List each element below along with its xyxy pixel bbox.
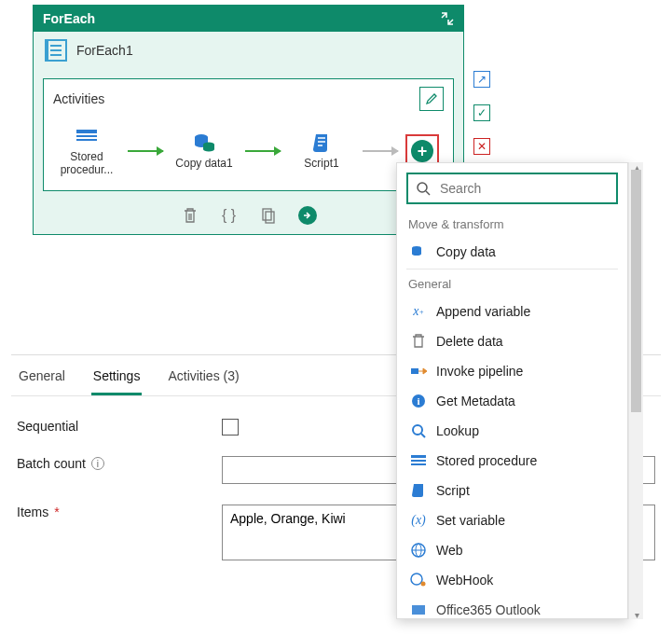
section-general: General xyxy=(406,271,618,297)
menu-set-variable[interactable]: (x) Set variable xyxy=(406,505,618,535)
copy-data-icon xyxy=(410,243,427,260)
set-variable-icon: (x) xyxy=(410,512,427,529)
section-move-transform: Move & transform xyxy=(406,212,618,237)
script-icon xyxy=(309,132,335,153)
menu-label: Invoke pipeline xyxy=(436,364,523,379)
tab-settings[interactable]: Settings xyxy=(91,368,143,395)
activity-copy-data[interactable]: Copy data1 xyxy=(171,132,238,170)
svg-text:i: i xyxy=(417,395,419,407)
sequential-checkbox[interactable] xyxy=(222,419,239,436)
menu-label: Set variable xyxy=(436,513,505,528)
menu-label: Script xyxy=(436,483,470,498)
svg-rect-0 xyxy=(76,130,97,133)
svg-rect-1 xyxy=(76,135,97,137)
svg-rect-2 xyxy=(76,139,97,141)
activity-label: Script1 xyxy=(304,157,338,170)
svg-point-21 xyxy=(421,582,426,587)
activities-label: Activities xyxy=(53,91,104,106)
menu-label: WebHook xyxy=(436,573,493,588)
copy-data-icon xyxy=(191,132,217,153)
run-button[interactable] xyxy=(298,206,317,225)
instance-name: ForEach1 xyxy=(76,43,133,58)
braces-icon[interactable]: { } xyxy=(220,206,239,225)
collapse-icon[interactable] xyxy=(441,12,454,25)
search-input[interactable] xyxy=(438,180,609,197)
edit-activities-button[interactable] xyxy=(419,87,444,111)
menu-stored-procedure[interactable]: Stored procedure xyxy=(406,446,618,476)
panel-header: ForEach xyxy=(34,6,463,32)
stored-procedure-icon xyxy=(74,126,100,146)
lookup-icon xyxy=(410,422,427,439)
menu-invoke-pipeline[interactable]: Invoke pipeline xyxy=(406,356,618,386)
menu-label: Stored procedure xyxy=(436,453,537,468)
svg-rect-15 xyxy=(411,460,426,462)
menu-lookup[interactable]: Lookup xyxy=(406,416,618,446)
webhook-icon xyxy=(410,572,427,588)
arrow-success xyxy=(128,150,163,152)
menu-get-metadata[interactable]: i Get Metadata xyxy=(406,386,618,416)
menu-label: Office365 Outlook xyxy=(436,602,541,617)
menu-webhook[interactable]: WebHook xyxy=(406,565,618,595)
info-icon[interactable]: i xyxy=(91,457,104,470)
outlook-icon xyxy=(410,601,427,618)
sequential-label: Sequential xyxy=(17,419,213,434)
scroll-thumb[interactable] xyxy=(631,170,641,412)
stored-procedure-icon xyxy=(410,452,427,469)
batch-count-label: Batch count i xyxy=(17,456,213,471)
svg-rect-14 xyxy=(411,455,426,458)
menu-label: Web xyxy=(436,543,463,558)
arrow-success xyxy=(245,150,281,152)
validate-icon[interactable]: ↗ xyxy=(473,71,490,88)
menu-office365-outlook[interactable]: Office365 Outlook xyxy=(406,595,618,619)
menu-label: Delete data xyxy=(436,334,503,349)
activities-box: Activities Stored procedur... Copy data1 xyxy=(43,78,454,191)
svg-rect-22 xyxy=(412,605,425,615)
add-activity-button[interactable]: + xyxy=(411,140,433,162)
activity-stored-procedure[interactable]: Stored procedur... xyxy=(53,126,120,177)
script-icon xyxy=(410,482,427,499)
activity-label: Stored procedur... xyxy=(53,150,120,177)
activity-picker: Move & transform Copy data General x+ Ap… xyxy=(396,162,643,619)
menu-copy-data[interactable]: Copy data xyxy=(406,237,618,267)
svg-rect-6 xyxy=(266,212,274,223)
activity-script[interactable]: Script1 xyxy=(288,132,355,170)
trash-icon xyxy=(410,333,427,350)
success-icon[interactable]: ✓ xyxy=(473,104,490,121)
menu-web[interactable]: Web xyxy=(406,535,618,565)
required-asterisk: * xyxy=(54,505,59,519)
side-icons: ↗ ✓ ✕ xyxy=(473,71,490,155)
svg-point-20 xyxy=(411,574,422,585)
search-icon xyxy=(416,181,431,196)
activity-picker-body: Move & transform Copy data General x+ Ap… xyxy=(396,162,628,619)
instance-row: ForEach1 xyxy=(34,32,463,69)
popup-scrollbar[interactable]: ▴ ▾ xyxy=(628,162,643,619)
globe-icon xyxy=(410,542,427,559)
menu-script[interactable]: Script xyxy=(406,476,618,505)
foreach-icon xyxy=(45,39,67,62)
panel-title: ForEach xyxy=(43,11,95,26)
scroll-down-icon[interactable]: ▾ xyxy=(632,610,641,619)
copy-icon[interactable] xyxy=(259,206,278,225)
menu-append-variable[interactable]: x+ Append variable xyxy=(406,297,618,326)
svg-rect-5 xyxy=(263,209,271,220)
svg-line-13 xyxy=(421,434,425,437)
append-variable-icon: x+ xyxy=(410,303,427,320)
menu-label: Lookup xyxy=(436,423,479,438)
info-icon: i xyxy=(410,393,427,409)
svg-point-7 xyxy=(418,183,427,192)
menu-label: Append variable xyxy=(436,304,530,319)
tab-general[interactable]: General xyxy=(17,368,67,395)
menu-label: Copy data xyxy=(436,244,496,259)
items-label: Items * xyxy=(17,505,213,519)
svg-rect-16 xyxy=(411,463,426,465)
tab-activities[interactable]: Activities (3) xyxy=(166,368,240,395)
menu-delete-data[interactable]: Delete data xyxy=(406,326,618,356)
svg-point-12 xyxy=(413,425,422,435)
pipeline-icon xyxy=(410,363,427,380)
error-icon[interactable]: ✕ xyxy=(473,138,490,155)
activity-row: Stored procedur... Copy data1 Script1 + xyxy=(53,120,444,177)
svg-line-8 xyxy=(426,191,430,195)
search-box[interactable] xyxy=(406,173,618,204)
delete-icon[interactable] xyxy=(181,206,199,225)
arrow-add xyxy=(363,150,398,152)
